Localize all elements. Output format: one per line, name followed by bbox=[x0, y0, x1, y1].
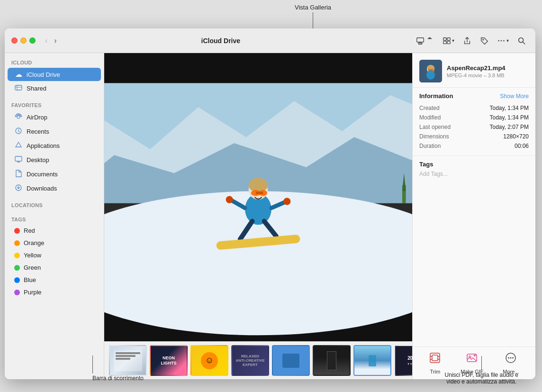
sidebar-label-tag-blue: Blue bbox=[24, 276, 36, 283]
add-tags-field[interactable]: Add Tags... bbox=[419, 171, 529, 177]
sidebar-section-locations: Locations bbox=[5, 196, 104, 210]
svg-rect-13 bbox=[15, 85, 22, 90]
sidebar-label-shared: Shared bbox=[27, 85, 46, 92]
airdrop-icon bbox=[14, 113, 23, 122]
applications-icon bbox=[14, 141, 23, 150]
tag-dot-purple bbox=[14, 290, 20, 295]
callout-actions: Unisci PDF, taglia file audio e video e … bbox=[445, 356, 518, 385]
duration-label: Duration bbox=[419, 143, 441, 149]
sidebar-item-icloud-drive[interactable]: ☁ iCloud Drive bbox=[8, 68, 101, 81]
svg-rect-53 bbox=[430, 353, 440, 363]
thumbnail-4[interactable]: RELAXEDANTI-CREATIVEEXPERT bbox=[231, 345, 269, 376]
thumbnail-strip: NEONLIGHTS ☺ RELAXEDANTI-CREATIVEEXPERT bbox=[104, 341, 412, 379]
gallery-preview bbox=[104, 53, 412, 341]
dimensions-label: Dimensions bbox=[419, 133, 449, 140]
thumbnail-6[interactable] bbox=[313, 345, 351, 376]
info-row-modified: Modified Today, 1:34 PM bbox=[419, 113, 529, 122]
thumbnail-2[interactable]: NEONLIGHTS bbox=[150, 345, 188, 376]
svg-rect-18 bbox=[15, 156, 22, 161]
svg-point-16 bbox=[17, 116, 20, 119]
svg-point-45 bbox=[283, 198, 290, 205]
tags-section: Tags Add Tags... bbox=[413, 156, 535, 182]
sidebar-section-icloud: iCloud bbox=[5, 53, 104, 67]
svg-point-46 bbox=[226, 196, 233, 203]
svg-point-8 bbox=[498, 40, 499, 41]
minimize-button[interactable] bbox=[20, 37, 27, 44]
finder-window: ‹ › iCloud Drive bbox=[5, 28, 535, 379]
sidebar-section-tags: Tags bbox=[5, 210, 104, 224]
svg-rect-4 bbox=[447, 37, 450, 40]
svg-point-36 bbox=[249, 178, 268, 192]
gallery-view-button[interactable] bbox=[413, 35, 437, 47]
trim-icon bbox=[429, 352, 441, 367]
file-info: AspenRecap21.mp4 MPEG-4 movie – 3.8 MB bbox=[447, 64, 506, 78]
svg-point-10 bbox=[503, 40, 505, 41]
file-name: AspenRecap21.mp4 bbox=[447, 64, 506, 72]
svg-line-12 bbox=[523, 42, 525, 44]
sidebar-item-tag-yellow[interactable]: Yellow bbox=[8, 249, 101, 261]
thumbnail-5[interactable] bbox=[272, 345, 310, 376]
sidebar-label-desktop: Desktop bbox=[27, 156, 49, 164]
more-actions-button[interactable]: ▾ bbox=[494, 35, 512, 47]
created-value: Today, 1:34 PM bbox=[490, 105, 529, 111]
downloads-icon bbox=[14, 184, 23, 193]
info-row-dimensions: Dimensions 1280×720 bbox=[419, 132, 529, 141]
svg-rect-5 bbox=[443, 41, 446, 43]
icloud-icon: ☁ bbox=[14, 70, 23, 79]
sidebar-item-tag-green[interactable]: Green bbox=[8, 262, 101, 273]
sidebar-label-applications: Applications bbox=[27, 142, 60, 149]
trim-button[interactable]: Trim bbox=[429, 352, 441, 374]
sidebar-label-tag-green: Green bbox=[24, 264, 41, 271]
tag-button[interactable] bbox=[477, 35, 491, 47]
svg-point-7 bbox=[483, 39, 484, 40]
sidebar-item-tag-red[interactable]: Red bbox=[8, 225, 101, 237]
sidebar-item-downloads[interactable]: Downloads bbox=[8, 182, 101, 195]
sidebar-item-applications[interactable]: Applications bbox=[8, 139, 101, 153]
main-area: iCloud ☁ iCloud Drive Shared Favorites bbox=[5, 53, 535, 379]
sidebar-item-shared[interactable]: Shared bbox=[8, 82, 101, 95]
sidebar-label-icloud-drive: iCloud Drive bbox=[27, 71, 60, 78]
info-title: Information bbox=[419, 92, 453, 100]
sidebar-label-airdrop: AirDrop bbox=[27, 114, 47, 121]
svg-rect-54 bbox=[432, 355, 438, 361]
info-section-header: Information Show More bbox=[419, 92, 529, 100]
window-title: iCloud Drive bbox=[28, 37, 413, 45]
show-more-button[interactable]: Show More bbox=[500, 93, 529, 100]
thumbnail-3[interactable]: ☺ bbox=[190, 345, 228, 376]
created-label: Created bbox=[419, 105, 440, 111]
right-panel: AspenRecap21.mp4 MPEG-4 movie – 3.8 MB I… bbox=[412, 53, 535, 379]
file-thumbnail bbox=[419, 60, 442, 82]
sidebar-item-tag-purple[interactable]: Purple bbox=[8, 286, 101, 298]
sidebar-item-tag-orange[interactable]: Orange bbox=[8, 237, 101, 249]
info-row-created: Created Today, 1:34 PM bbox=[419, 103, 529, 113]
modified-label: Modified bbox=[419, 114, 441, 121]
modified-value: Today, 1:34 PM bbox=[490, 114, 529, 121]
view-options-button[interactable]: ▾ bbox=[440, 35, 457, 47]
sidebar-label-documents: Documents bbox=[27, 171, 58, 178]
thumbnail-8[interactable]: 2021TYPE bbox=[394, 345, 412, 376]
sidebar-item-airdrop[interactable]: AirDrop bbox=[8, 110, 101, 124]
search-button[interactable] bbox=[515, 35, 529, 47]
sidebar-item-desktop[interactable]: Desktop bbox=[8, 153, 101, 167]
close-button[interactable] bbox=[11, 37, 18, 44]
sidebar-item-documents[interactable]: Documents bbox=[8, 167, 101, 181]
last-opened-value: Today, 2:07 PM bbox=[490, 124, 529, 130]
file-type: MPEG-4 movie – 3.8 MB bbox=[447, 73, 506, 78]
sidebar-label-tag-red: Red bbox=[24, 227, 35, 234]
sidebar-label-downloads: Downloads bbox=[27, 185, 57, 192]
svg-point-11 bbox=[519, 37, 524, 42]
info-row-duration: Duration 00:06 bbox=[419, 141, 529, 151]
sidebar-label-recents: Recents bbox=[27, 128, 49, 135]
svg-rect-39 bbox=[256, 192, 263, 194]
sidebar-item-tag-blue[interactable]: Blue bbox=[8, 274, 101, 286]
sidebar-item-recents[interactable]: Recents bbox=[8, 125, 101, 138]
tags-title: Tags bbox=[419, 161, 529, 168]
svg-rect-3 bbox=[443, 37, 446, 40]
thumbnail-7-active[interactable] bbox=[353, 345, 391, 376]
info-section: Information Show More Created Today, 1:3… bbox=[413, 88, 535, 156]
share-button[interactable] bbox=[460, 35, 474, 47]
svg-point-52 bbox=[426, 70, 435, 80]
last-opened-label: Last opened bbox=[419, 124, 451, 130]
tag-dot-red bbox=[14, 228, 20, 234]
callout-vista-galleria: Vista Galleria bbox=[295, 4, 331, 31]
